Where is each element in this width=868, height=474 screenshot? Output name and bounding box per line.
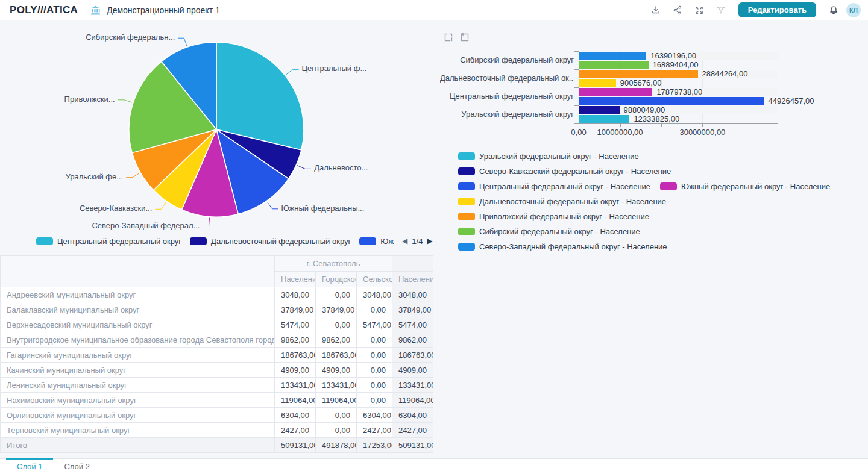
app-logo[interactable]: POLY///ATICA: [10, 4, 78, 16]
value-cell: 37849,00: [316, 302, 357, 317]
bar[interactable]: [579, 97, 764, 105]
pie-leader-line: [155, 202, 166, 210]
download-icon[interactable]: [647, 2, 665, 18]
row-name-cell: Гагаринский муниципальный округ: [1, 348, 275, 363]
legend-swatch: [190, 237, 207, 245]
column-header: Сельское: [357, 272, 392, 287]
value-cell: 2427,00: [275, 423, 316, 438]
table-row[interactable]: Качинский муниципальный округ4909,004909…: [1, 363, 433, 378]
table-row[interactable]: Терновский муниципальный округ2427,000,0…: [1, 423, 433, 438]
value-cell: 509131,00: [275, 438, 316, 453]
legend-prev-icon[interactable]: ◀: [402, 237, 407, 245]
bar[interactable]: [579, 106, 620, 114]
value-cell: 509131,00: [392, 438, 433, 453]
pie-slice-label: Северо-Кавказски...: [80, 204, 152, 213]
user-avatar[interactable]: КЛ: [846, 3, 861, 17]
value-cell: 2427,00: [357, 423, 392, 438]
bar[interactable]: [579, 70, 698, 78]
pie-leader-line: [126, 173, 139, 178]
layer-tab-bar: Слой 1Слой 2: [0, 458, 868, 474]
legend-swatch: [458, 228, 475, 235]
app-header: POLY///ATICA Демонстрационный проект 1 Р…: [0, 0, 868, 20]
project-title: Демонстрационный проект 1: [107, 5, 220, 15]
value-cell: 37849,00: [392, 302, 433, 317]
value-cell: 0,00: [357, 302, 392, 317]
legend-item[interactable]: Дальневосточный федеральный округ: [190, 237, 351, 246]
box-select-icon[interactable]: [443, 33, 454, 43]
pie-slice-label: Уральский фе...: [66, 172, 124, 181]
bar[interactable]: [579, 61, 649, 69]
row-name-cell: Нахимовский муниципальный округ: [1, 393, 275, 408]
bar-row: 9005676,00: [579, 79, 778, 87]
row-name-cell: Андреевский муниципальный округ: [1, 287, 275, 302]
bar-value-label: 9880049,00: [624, 105, 665, 114]
bar-value-label: 17879738,00: [656, 87, 702, 96]
category-axis-tick: [574, 105, 579, 106]
legend-next-icon[interactable]: ▶: [427, 237, 432, 245]
pie-leader-line: [267, 202, 278, 209]
bar-row: 28844264,00: [579, 70, 778, 78]
legend-item[interactable]: Северо-Кавказский федеральный округ - На…: [458, 167, 671, 176]
pie-slice-label: Центральный ф...: [302, 64, 367, 73]
table-row[interactable]: Андреевский муниципальный округ3048,000,…: [1, 287, 433, 302]
category-axis-tick: [574, 123, 579, 124]
pivot-table: г. Севастополь НаселениеГородскоеСельско…: [0, 255, 433, 453]
table-row[interactable]: Внутригородское муниципальное образовани…: [1, 332, 433, 348]
legend-item[interactable]: Северо-Западный федеральный округ - Насе…: [458, 242, 667, 251]
bank-icon: [90, 5, 101, 15]
pie-slice-label: Сибирский федеральн...: [86, 33, 175, 42]
value-cell: 0,00: [316, 287, 357, 302]
pie-slice-label: Дальневосто...: [314, 163, 368, 172]
value-cell: 6304,00: [357, 408, 392, 423]
value-cell: 9862,00: [392, 332, 433, 348]
legend-item[interactable]: Центральный федеральный округ: [36, 237, 181, 246]
reset-selection-icon[interactable]: [459, 33, 470, 43]
pie-leader-line: [118, 100, 132, 102]
pie-chart: [0, 20, 434, 235]
table-row[interactable]: Верхнесадовский муниципальный округ5474,…: [1, 317, 433, 332]
row-name-cell: Качинский муниципальный округ: [1, 363, 275, 378]
table-row[interactable]: Итого509131,00491878,0017253,00509131,00: [1, 438, 433, 453]
column-header: Население: [392, 272, 433, 287]
legend-item[interactable]: Центральный федеральный округ - Населени…: [458, 182, 650, 191]
table-row[interactable]: Нахимовский муниципальный округ119064,00…: [1, 393, 433, 408]
layer-tab[interactable]: Слой 2: [53, 459, 100, 474]
bar-row: 12333825,00: [579, 115, 778, 123]
bar-chart-legend: Уральский федеральный округ - НаселениеС…: [458, 152, 830, 251]
legend-label: Дальневосточный федеральный округ - Насе…: [479, 197, 666, 206]
value-cell: 0,00: [316, 317, 357, 332]
corner-cell: [1, 256, 275, 287]
legend-swatch: [458, 167, 475, 175]
legend-item[interactable]: Южный федеральный округ - Население: [660, 182, 830, 191]
row-name-cell: Итого: [1, 438, 275, 453]
table-row[interactable]: Балаклавский муниципальный округ37849,00…: [1, 302, 433, 317]
share-icon[interactable]: [668, 2, 687, 18]
legend-item[interactable]: Дальневосточный федеральный округ - Насе…: [458, 197, 666, 206]
bar[interactable]: [579, 115, 629, 123]
bar[interactable]: [579, 79, 616, 87]
value-cell: 5474,00: [392, 317, 433, 332]
bar-category-label: Дальневосточный федеральный ок...: [440, 69, 574, 87]
bell-icon[interactable]: [825, 2, 843, 18]
pie-chart-widget: Центральный ф...Дальневосто...Южный феде…: [0, 20, 434, 235]
category-axis-tick: [574, 87, 579, 88]
table-row[interactable]: Гагаринский муниципальный округ186763,00…: [1, 348, 433, 363]
x-axis-line: [579, 123, 778, 124]
column-header: Городское: [316, 272, 357, 287]
legend-item[interactable]: Уральский федеральный округ - Население: [458, 152, 639, 161]
bar[interactable]: [579, 52, 646, 60]
fullscreen-icon[interactable]: [690, 2, 708, 18]
legend-label: Северо-Кавказский федеральный округ - На…: [479, 167, 671, 176]
edit-button[interactable]: Редактировать: [738, 2, 816, 17]
bar[interactable]: [579, 88, 652, 96]
legend-item[interactable]: Сибирский федеральный округ - Население: [458, 227, 640, 236]
filter-icon[interactable]: [712, 2, 730, 18]
table-row[interactable]: Ленинский муниципальный округ133431,0013…: [1, 378, 433, 393]
table-row[interactable]: Орлиновский муниципальный округ6304,000,…: [1, 408, 433, 423]
layer-tab[interactable]: Слой 1: [6, 459, 53, 474]
legend-item[interactable]: Приволжский федеральный округ - Населени…: [458, 212, 649, 221]
bar-chart-toolbar: [443, 33, 470, 43]
value-cell: 9862,00: [316, 332, 357, 348]
table-group-header-row: г. Севастополь: [1, 256, 433, 272]
legend-item[interactable]: Юж: [359, 237, 394, 246]
